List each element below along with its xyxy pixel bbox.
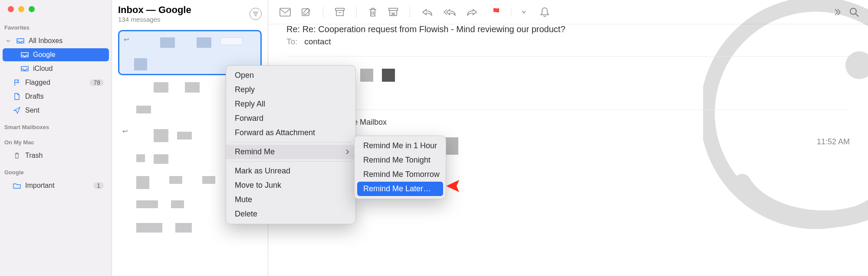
remind-1-hour[interactable]: Remind Me in 1 Hour bbox=[355, 139, 446, 153]
ctx-delete[interactable]: Delete bbox=[226, 207, 355, 221]
message-to-line: To: contact bbox=[286, 37, 850, 47]
ctx-open[interactable]: Open bbox=[226, 68, 355, 83]
to-value: contact bbox=[304, 37, 331, 46]
ctx-separator bbox=[230, 161, 352, 162]
trash-icon bbox=[13, 152, 21, 159]
sidebar-item-label: Flagged bbox=[25, 79, 50, 86]
message-subject: Re: Re: Cooperation request from Flowish… bbox=[286, 24, 850, 34]
message-list-header: Inbox — Google 134 messages bbox=[112, 0, 268, 26]
sidebar-item-all-inboxes[interactable]: All Inboxes bbox=[3, 34, 109, 47]
inbox-tray-icon bbox=[21, 52, 29, 58]
sidebar-item-sent[interactable]: Sent bbox=[3, 104, 109, 117]
inbox-tray-icon bbox=[16, 38, 24, 44]
flag-icon bbox=[13, 79, 21, 86]
section-google: Google bbox=[0, 163, 112, 178]
remind-later[interactable]: Remind Me Later… bbox=[357, 182, 443, 196]
filter-button[interactable] bbox=[250, 8, 262, 20]
flag-icon[interactable] bbox=[492, 7, 500, 17]
ctx-separator bbox=[230, 142, 352, 143]
flagged-count-badge: 78 bbox=[90, 79, 104, 86]
svg-rect-3 bbox=[389, 8, 398, 10]
bell-icon[interactable] bbox=[540, 7, 549, 17]
annotation-arrow-icon bbox=[446, 177, 611, 196]
close-window-button[interactable] bbox=[8, 6, 14, 12]
forward-icon[interactable] bbox=[467, 8, 478, 17]
ctx-mute[interactable]: Mute bbox=[226, 193, 355, 207]
ctx-reply-all[interactable]: Reply All bbox=[226, 97, 355, 111]
context-menu: Open Reply Reply All Forward Forward as … bbox=[226, 65, 356, 224]
replied-icon: ↩ bbox=[124, 36, 129, 43]
sidebar-item-google[interactable]: Google bbox=[3, 48, 109, 61]
paper-plane-icon bbox=[13, 107, 21, 114]
body-fragment-mailbox: oogle Mailbox bbox=[286, 118, 850, 127]
zoom-window-button[interactable] bbox=[29, 6, 35, 12]
junk-icon[interactable] bbox=[388, 7, 398, 17]
archive-icon[interactable] bbox=[335, 7, 345, 17]
flag-dropdown-chevron-icon[interactable] bbox=[522, 10, 526, 14]
section-smart-mailboxes: Smart Mailboxes bbox=[0, 118, 112, 133]
sidebar-item-important[interactable]: Important 1 bbox=[3, 179, 109, 192]
section-on-my-mac: On My Mac bbox=[0, 133, 112, 148]
ctx-forward-attachment[interactable]: Forward as Attachment bbox=[226, 126, 355, 140]
svg-rect-2 bbox=[335, 8, 344, 10]
sidebar-item-flagged[interactable]: Flagged 78 bbox=[3, 76, 109, 89]
section-favorites: Favorites bbox=[0, 18, 112, 33]
window-controls bbox=[0, 0, 112, 18]
folder-icon bbox=[13, 183, 21, 189]
envelope-icon[interactable] bbox=[279, 8, 291, 17]
sidebar-item-label: Trash bbox=[25, 152, 43, 160]
sidebar-item-drafts[interactable]: Drafts bbox=[3, 90, 109, 103]
minimize-window-button[interactable] bbox=[18, 6, 24, 12]
remind-me-submenu: Remind Me in 1 Hour Remind Me Tonight Re… bbox=[354, 136, 446, 199]
sidebar: Favorites All Inboxes Google iCloud Flag… bbox=[0, 0, 112, 276]
replied-icon: ↩ bbox=[122, 127, 128, 135]
svg-rect-0 bbox=[280, 8, 290, 16]
sidebar-item-label: iCloud bbox=[33, 65, 53, 73]
ctx-remind-me[interactable]: Remind Me bbox=[226, 145, 355, 159]
sidebar-item-icloud[interactable]: iCloud bbox=[3, 62, 109, 75]
sidebar-item-label: Drafts bbox=[25, 93, 44, 100]
to-label: To: bbox=[286, 37, 297, 46]
sidebar-item-label: Important bbox=[25, 182, 55, 190]
inbox-title: Inbox — Google bbox=[118, 4, 191, 16]
sidebar-item-label: All Inboxes bbox=[29, 37, 62, 45]
chevron-down-icon bbox=[6, 37, 11, 45]
compose-icon[interactable] bbox=[301, 7, 312, 17]
trash-icon[interactable] bbox=[368, 7, 378, 17]
remind-tonight[interactable]: Remind Me Tonight bbox=[355, 153, 446, 167]
ctx-move-junk[interactable]: Move to Junk bbox=[226, 178, 355, 193]
chevron-right-icon bbox=[346, 147, 349, 156]
ctx-reply[interactable]: Reply bbox=[226, 83, 355, 97]
ctx-forward[interactable]: Forward bbox=[226, 111, 355, 126]
message-count: 134 messages bbox=[118, 16, 191, 23]
sidebar-item-trash[interactable]: Trash bbox=[3, 149, 109, 162]
message-timestamp: 11:52 AM bbox=[817, 137, 850, 146]
remind-tomorrow[interactable]: Remind Me Tomorrow bbox=[355, 167, 446, 182]
ctx-remind-me-label: Remind Me bbox=[235, 147, 275, 156]
important-count-badge: 1 bbox=[93, 182, 104, 189]
inbox-tray-icon bbox=[21, 66, 29, 72]
ctx-mark-unread[interactable]: Mark as Unread bbox=[226, 164, 355, 178]
body-fragment: otra bbox=[286, 91, 850, 101]
reply-all-icon[interactable] bbox=[443, 8, 456, 17]
reply-icon[interactable] bbox=[421, 8, 433, 17]
sidebar-item-label: Google bbox=[33, 51, 56, 59]
sidebar-item-label: Sent bbox=[25, 106, 39, 114]
document-icon bbox=[13, 93, 21, 100]
